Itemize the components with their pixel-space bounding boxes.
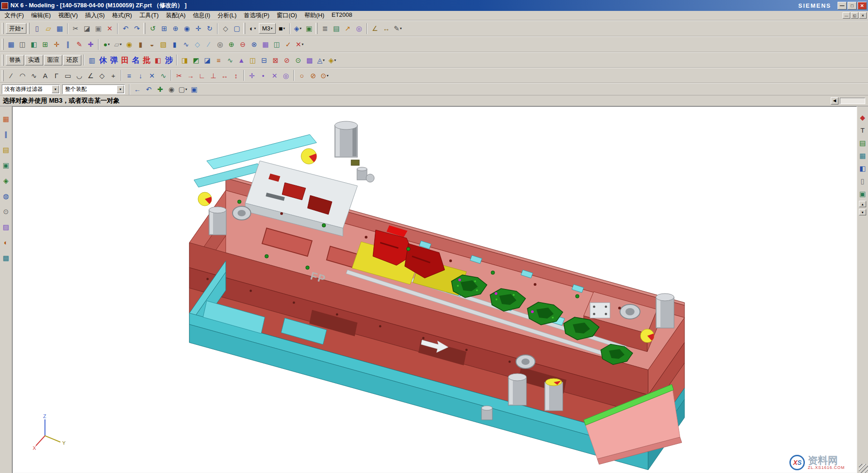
edit-parameters-button[interactable]: ◪ bbox=[202, 55, 213, 66]
menu-tools[interactable]: 工具(T) bbox=[136, 11, 163, 20]
window-cascade-button[interactable]: ◫ bbox=[17, 39, 28, 50]
midpoint-button[interactable]: • bbox=[258, 70, 269, 81]
window-resize-grip[interactable] bbox=[859, 464, 868, 473]
revolve-button[interactable]: ◒ bbox=[146, 39, 158, 50]
measure-distance-button[interactable]: ↔ bbox=[381, 23, 392, 34]
char-xiu-button[interactable]: 休 bbox=[98, 55, 109, 66]
offset-face-button[interactable]: ◫ bbox=[247, 55, 258, 66]
dimension-tool-tab[interactable]: T bbox=[858, 125, 867, 134]
select-previous-button[interactable]: ← bbox=[132, 84, 143, 95]
new-file-button[interactable]: ▯ bbox=[31, 23, 43, 34]
arc-tool-button[interactable]: ◠ bbox=[17, 70, 28, 81]
toolbar-grip[interactable] bbox=[243, 23, 245, 34]
minimize-button[interactable]: — bbox=[838, 2, 847, 10]
cylinder-button[interactable]: ▮ bbox=[169, 39, 180, 50]
snapshot-button[interactable]: ▣ bbox=[303, 23, 315, 34]
copy-button[interactable]: ◪ bbox=[81, 23, 93, 34]
move-component-button[interactable]: ✛ bbox=[51, 39, 62, 50]
menu-help[interactable]: 帮助(H) bbox=[301, 11, 328, 20]
constraint-navigator-tab[interactable]: ∥ bbox=[1, 129, 11, 139]
pattern-feature-button[interactable]: ▦ bbox=[260, 39, 271, 50]
translucency-button[interactable]: 实透 bbox=[25, 55, 43, 65]
circle-tool-button[interactable]: ○ bbox=[296, 70, 308, 81]
hole-button[interactable]: ◎ bbox=[214, 39, 226, 50]
zoom-button[interactable]: ◉ bbox=[181, 23, 193, 34]
view-cube-tab[interactable]: ◧ bbox=[858, 164, 867, 173]
child-restore-button[interactable]: ◱ bbox=[851, 12, 858, 19]
cut-button[interactable]: ✂ bbox=[70, 23, 81, 34]
menu-et2008[interactable]: ET2008 bbox=[328, 11, 356, 20]
cue-scroll-left-button[interactable]: ◀ bbox=[831, 97, 838, 105]
polygon-tool-button[interactable]: ◇ bbox=[96, 70, 108, 81]
move-object-button[interactable]: ↗ bbox=[342, 23, 353, 34]
circle-center-dropdown[interactable]: ⊙▾ bbox=[319, 70, 330, 81]
graphics-viewport[interactable]: FP Z X Y X S 资料网 ZL.XS1616.COM bbox=[12, 106, 857, 473]
measure-angle-button[interactable]: ∠ bbox=[369, 23, 381, 34]
dropdown-arrow-icon[interactable]: ▾ bbox=[52, 85, 59, 93]
replace-button[interactable]: 替换 bbox=[6, 55, 24, 65]
selection-filter-dropdown[interactable]: 没有选择过滤器▾ bbox=[2, 85, 60, 94]
char-she-button[interactable]: 涉 bbox=[164, 55, 174, 66]
datum-axis-button[interactable]: ∕ bbox=[203, 39, 214, 50]
offset-curve-button[interactable]: ≡ bbox=[124, 70, 135, 81]
menu-view[interactable]: 视图(V) bbox=[55, 11, 81, 20]
rail-scroll-down-button[interactable]: ▼ bbox=[859, 209, 866, 215]
visible-layers-button[interactable]: ▤ bbox=[331, 23, 342, 34]
component-view-button[interactable]: ◧ bbox=[28, 39, 40, 50]
restore-button[interactable]: 还原 bbox=[63, 55, 81, 65]
roles-tab[interactable]: ◐ bbox=[1, 237, 11, 247]
viewport-3d-model[interactable]: FP bbox=[12, 106, 857, 473]
pattern-face-button[interactable]: ▩ bbox=[304, 55, 315, 66]
make-corner-button[interactable]: ∟ bbox=[196, 70, 208, 81]
menu-insert[interactable]: 插入(S) bbox=[81, 11, 108, 20]
history-tab[interactable]: ⊙ bbox=[1, 206, 11, 216]
assembly-constraints-button[interactable]: ∥ bbox=[62, 39, 74, 50]
perspective-button[interactable]: ◇ bbox=[220, 23, 231, 34]
tangent-point-button[interactable]: ◎ bbox=[280, 70, 292, 81]
app-icon[interactable] bbox=[1, 2, 8, 9]
point-dialog-dropdown[interactable]: ●▾ bbox=[101, 39, 112, 50]
utility-tool-tab[interactable]: ▣ bbox=[858, 189, 867, 198]
assemblies-button[interactable]: ▦ bbox=[5, 39, 17, 50]
datum-plane-button[interactable]: ◇ bbox=[192, 39, 203, 50]
chamfer-tool-button[interactable]: ∠ bbox=[85, 70, 96, 81]
intersect-button[interactable]: ⊗ bbox=[248, 39, 260, 50]
open-file-button[interactable]: ▱ bbox=[43, 23, 54, 34]
toolbar-grip[interactable] bbox=[316, 23, 317, 34]
sync-modeling-dropdown[interactable]: ◬▾ bbox=[315, 55, 327, 66]
shaded-display-button[interactable]: ◐▾ bbox=[247, 23, 258, 34]
render-style-dropdown[interactable]: M3▾ bbox=[259, 23, 276, 34]
child-minimize-button[interactable]: — bbox=[843, 12, 850, 19]
char-tian-button[interactable]: 田 bbox=[119, 55, 130, 66]
line-tool-button[interactable]: ∕ bbox=[5, 70, 17, 81]
geometric-constraints-button[interactable]: ⊥ bbox=[208, 70, 219, 81]
layers-tool-tab[interactable]: ▤ bbox=[858, 138, 867, 147]
hd3d-tools-tab[interactable]: ◈ bbox=[1, 175, 11, 185]
unite-button[interactable]: ⊕ bbox=[226, 39, 237, 50]
extrude-button[interactable]: ▮ bbox=[135, 39, 146, 50]
close-button[interactable]: ✕ bbox=[858, 2, 867, 10]
refresh-view-button[interactable]: ↺ bbox=[147, 23, 159, 34]
fit-window-button[interactable]: ⊞ bbox=[159, 23, 170, 34]
selection-history-button[interactable]: ↶ bbox=[143, 84, 154, 95]
show-hide-button[interactable]: ◎ bbox=[353, 23, 365, 34]
menu-format[interactable]: 格式(R) bbox=[109, 11, 136, 20]
edit-sketch-button[interactable]: ✎ bbox=[74, 39, 85, 50]
reuse-library-tab[interactable]: ▣ bbox=[1, 160, 11, 170]
rail-scroll-up-button[interactable]: ▲ bbox=[859, 201, 866, 207]
background-color-dropdown[interactable]: ■▾ bbox=[276, 23, 288, 34]
menu-edit[interactable]: 编辑(E) bbox=[28, 11, 55, 20]
resize-face-button[interactable]: ⊙ bbox=[293, 55, 304, 66]
explode-assembly-button[interactable]: ✚ bbox=[85, 39, 96, 50]
snap-point-button[interactable]: ✛ bbox=[246, 70, 258, 81]
section-view-button[interactable]: ▥ bbox=[86, 55, 98, 66]
child-close-button[interactable]: ✕ bbox=[859, 12, 867, 19]
toolbar-grip[interactable] bbox=[2, 70, 4, 81]
char-ming-button[interactable]: 名 bbox=[130, 55, 141, 66]
point-tool-button[interactable]: + bbox=[108, 70, 119, 81]
maximize-button[interactable]: □ bbox=[848, 2, 857, 10]
system-scenes-tab[interactable]: ▩ bbox=[1, 253, 11, 263]
toolbar-grip[interactable] bbox=[2, 39, 4, 50]
delete-face-button[interactable]: ⊘ bbox=[281, 55, 293, 66]
save-button[interactable]: ▦ bbox=[54, 23, 65, 34]
